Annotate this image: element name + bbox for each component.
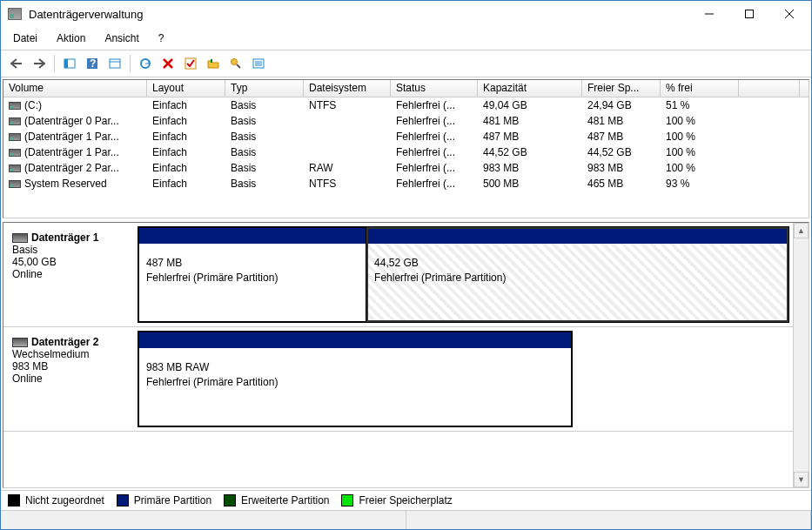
volume-cell [304, 151, 391, 153]
check-button[interactable] [180, 54, 201, 73]
volume-row[interactable]: (Datenträger 0 Par...EinfachBasisFehlerf… [3, 113, 809, 129]
nav-back-button[interactable] [6, 54, 27, 73]
legend-label: Erweiterte Partition [241, 494, 329, 507]
column-header[interactable]: Layout [147, 80, 225, 97]
volume-row[interactable]: (Datenträger 2 Par...EinfachBasisRAWFehl… [3, 160, 809, 176]
partition[interactable]: 487 MBFehlerfrei (Primäre Partition) [138, 227, 366, 322]
folder-button[interactable] [203, 54, 224, 73]
disk-row: Datenträger 1Basis45,00 GBOnline487 MBFe… [3, 223, 793, 327]
volume-cell: 44,52 GB [478, 145, 582, 159]
volume-cell [739, 167, 800, 169]
volume-cell: Basis [225, 177, 304, 191]
maximize-button[interactable] [729, 1, 769, 27]
minimize-button[interactable] [689, 1, 729, 27]
partition-status: Fehlerfrei (Primäre Partition) [146, 271, 359, 285]
column-header[interactable]: Kapazität [478, 80, 582, 97]
volume-cell: 100 % [661, 130, 739, 144]
volume-cell: 51 % [661, 98, 739, 112]
disk-status: Online [12, 268, 132, 280]
column-header[interactable]: Status [391, 80, 478, 97]
volume-cell: 24,94 GB [582, 98, 661, 112]
partition-status: Fehlerfrei (Primäre Partition) [146, 375, 564, 390]
scroll-down-button[interactable]: ▼ [794, 472, 809, 487]
volume-cell: 93 % [661, 177, 739, 191]
volume-cell: NTFS [304, 98, 391, 112]
volume-cell: Basis [225, 130, 304, 144]
refresh-button[interactable] [135, 54, 156, 73]
partition-color-stripe [139, 332, 571, 348]
volume-cell: Fehlerfrei (... [391, 130, 478, 144]
volume-cell: Einfach [147, 177, 225, 191]
svg-point-14 [232, 59, 238, 65]
volume-cell: 44,52 GB [582, 145, 661, 159]
volume-cell: Einfach [147, 145, 225, 159]
menu-ansicht[interactable]: Ansicht [101, 30, 142, 46]
volume-cell: (C:) [3, 98, 147, 112]
volume-list-header: VolumeLayoutTypDateisystemStatusKapazitä… [3, 80, 809, 97]
volume-row[interactable]: System ReservedEinfachBasisNTFSFehlerfre… [3, 176, 809, 191]
svg-line-15 [237, 64, 240, 68]
volume-cell: Basis [225, 145, 304, 159]
volume-cell: 983 MB [582, 161, 661, 175]
volume-row[interactable]: (Datenträger 1 Par...EinfachBasisFehlerf… [3, 129, 809, 144]
column-header[interactable]: Volume [3, 80, 147, 97]
volume-row[interactable]: (Datenträger 1 Par...EinfachBasisFehlerf… [3, 144, 809, 160]
scroll-up-button[interactable]: ▲ [794, 223, 809, 238]
drive-icon [9, 149, 21, 157]
find-button[interactable] [225, 54, 246, 73]
volume-cell: 100 % [661, 145, 739, 159]
volume-cell [739, 183, 800, 184]
column-header[interactable] [739, 80, 800, 97]
list-button[interactable] [248, 54, 269, 73]
volume-row[interactable]: (C:)EinfachBasisNTFSFehlerfrei (...49,04… [3, 97, 809, 113]
titlebar: Datenträgerverwaltung [1, 1, 811, 27]
close-button[interactable] [769, 1, 809, 27]
column-header[interactable]: Typ [225, 80, 304, 97]
volume-cell: Einfach [147, 114, 225, 128]
volume-cell: (Datenträger 1 Par... [3, 145, 147, 159]
menu-aktion[interactable]: Aktion [53, 30, 89, 46]
volume-cell: Einfach [147, 98, 225, 112]
legend-swatch [8, 494, 20, 507]
volume-cell [304, 136, 391, 138]
drive-icon [9, 102, 21, 110]
disk-type: Wechselmedium [12, 348, 132, 360]
volume-cell: 487 MB [582, 130, 661, 144]
volume-cell: Einfach [147, 161, 225, 175]
partition-size: 487 MB [146, 256, 359, 271]
volume-cell: 487 MB [478, 130, 582, 144]
volume-cell: 100 % [661, 161, 739, 175]
window-button[interactable] [104, 54, 125, 73]
column-header[interactable]: % frei [661, 80, 739, 97]
show-hide-button[interactable] [59, 54, 80, 73]
partition[interactable]: 983 MB RAWFehlerfrei (Primäre Partition) [138, 332, 572, 426]
menu-help[interactable]: ? [155, 30, 168, 46]
nav-forward-button[interactable] [29, 54, 50, 73]
statusbar [1, 510, 811, 529]
drive-icon [9, 133, 21, 141]
drive-icon [9, 180, 21, 188]
help-button[interactable]: ? [82, 54, 103, 73]
volume-cell: Basis [225, 114, 304, 128]
volume-cell [304, 120, 391, 122]
volume-cell: 100 % [661, 114, 739, 128]
partition-container: 487 MBFehlerfrei (Primäre Partition)44,5… [138, 226, 789, 323]
svg-rect-1 [746, 10, 754, 18]
drive-icon [9, 117, 21, 125]
volume-cell [739, 151, 800, 153]
delete-button[interactable] [158, 54, 178, 73]
volume-cell: (Datenträger 0 Par... [3, 114, 147, 128]
legend-swatch [341, 494, 353, 507]
volume-cell [739, 120, 800, 122]
column-header[interactable]: Dateisystem [304, 80, 391, 97]
volume-cell: (Datenträger 2 Par... [3, 161, 147, 175]
vertical-scrollbar[interactable]: ▲ ▼ [793, 223, 809, 487]
legend-swatch [117, 494, 129, 507]
menu-datei[interactable]: Datei [10, 30, 41, 46]
partition[interactable]: 44,52 GBFehlerfrei (Primäre Partition) [366, 227, 789, 322]
column-header[interactable]: Freier Sp... [582, 80, 661, 97]
volume-cell: 500 MB [478, 177, 582, 191]
legend-swatch [224, 494, 236, 507]
svg-rect-5 [64, 59, 68, 68]
partition-status: Fehlerfrei (Primäre Partition) [374, 271, 781, 285]
